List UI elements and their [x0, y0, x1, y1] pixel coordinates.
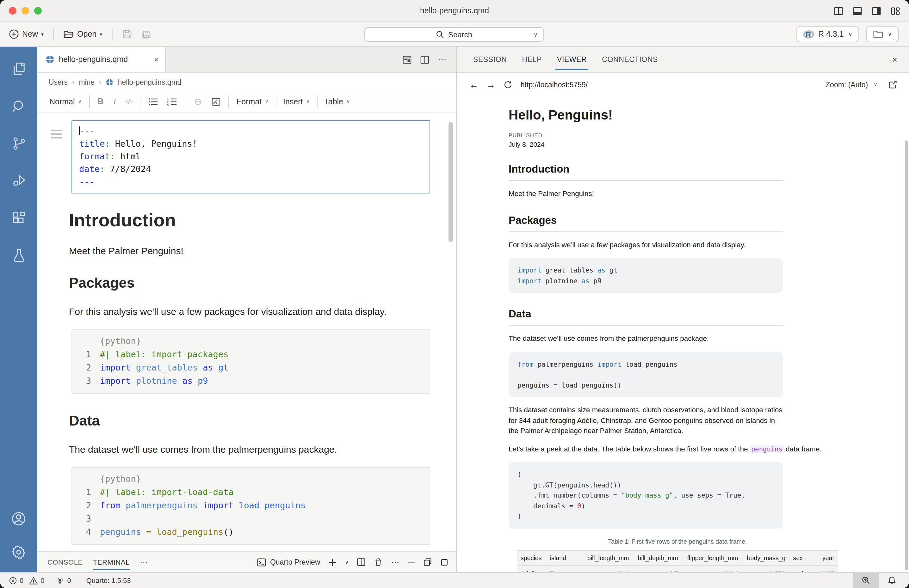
split-terminal-icon[interactable]: [357, 558, 366, 567]
customize-layout-icon[interactable]: [891, 6, 900, 16]
doc-paragraph: Let’s take a peek at the data. The table…: [509, 444, 783, 454]
breadcrumb: Users › mine › hello-penguins.qmd: [37, 73, 456, 91]
link-button[interactable]: [193, 97, 203, 106]
editor-tab[interactable]: hello-penguins.qmd ×: [37, 47, 166, 72]
editor-content[interactable]: --- title: Hello, Penguins! format: html…: [37, 113, 456, 551]
quarto-preview-terminal[interactable]: Quarto Preview: [257, 557, 320, 567]
viewer-tab[interactable]: VIEWER: [557, 56, 587, 63]
insert-menu[interactable]: Insert ∨: [283, 97, 310, 106]
panel-more-tabs-icon[interactable]: ⋯: [140, 557, 148, 567]
toggle-bottom-panel-icon[interactable]: [853, 6, 862, 16]
terminal-icon: [257, 557, 266, 567]
back-icon[interactable]: ←: [469, 79, 478, 89]
doc-code-block-load-data: from palmerpenguins import load_penguins…: [509, 352, 783, 397]
console-tab[interactable]: CONSOLE: [47, 558, 83, 566]
reload-icon[interactable]: [503, 80, 513, 89]
toolbar-separator: [89, 95, 90, 108]
problems-status[interactable]: 0 0: [9, 576, 45, 585]
image-button[interactable]: [211, 97, 221, 106]
zoom-in-button[interactable]: [853, 572, 879, 588]
kill-terminal-icon[interactable]: [374, 558, 383, 567]
search-sidebar-icon[interactable]: [10, 98, 27, 115]
chevron-down-icon[interactable]: ∨: [534, 31, 538, 38]
breadcrumb-users[interactable]: Users: [49, 78, 68, 86]
restore-panel-icon[interactable]: [423, 558, 432, 567]
terminal-launch-chevron-icon[interactable]: ∨: [345, 559, 349, 565]
help-tab[interactable]: HELP: [522, 56, 542, 63]
new-terminal-icon[interactable]: [328, 558, 336, 566]
viewer-zoom-selector[interactable]: Zoom: (Auto): [825, 81, 868, 88]
open-file-label: Open: [77, 30, 97, 39]
drag-handle-icon[interactable]: [51, 129, 62, 139]
editor-scrollbar[interactable]: [448, 122, 453, 242]
table-row: Adelie Torgersen 39.1 18.7 181.0 3,750 m…: [517, 565, 838, 572]
caret-down-icon: ▾: [41, 31, 44, 37]
table-menu-label: Table: [324, 97, 343, 106]
save-all-icon[interactable]: [140, 29, 151, 39]
broadcast-icon: [56, 576, 65, 585]
numbered-list-button[interactable]: 123: [167, 97, 177, 106]
chevron-right-icon: ›: [99, 78, 101, 86]
warning-icon: [29, 576, 38, 585]
source-control-icon[interactable]: [10, 135, 27, 152]
editor-code-cell-import-packages[interactable]: {python} 1#| label: import-packages 2imp…: [71, 330, 430, 394]
split-editor-icon[interactable]: [420, 55, 430, 64]
editor-heading-introduction: Introduction: [69, 210, 438, 231]
viewer-scrollbar[interactable]: [905, 141, 908, 570]
format-menu[interactable]: Format ∨: [236, 97, 268, 106]
yaml-metadata-block[interactable]: --- title: Hello, Penguins! format: html…: [71, 120, 430, 194]
bold-button[interactable]: B: [97, 97, 104, 106]
extensions-icon[interactable]: [10, 210, 27, 226]
search-input[interactable]: Search ∨: [364, 27, 544, 42]
doc-heading-data: Data: [509, 308, 783, 326]
toggle-right-panel-icon[interactable]: [872, 6, 881, 16]
italic-button[interactable]: I: [113, 97, 116, 107]
error-count: 0: [19, 577, 23, 584]
panel-more-actions-icon[interactable]: ⋯: [391, 557, 400, 567]
settings-gear-icon[interactable]: [10, 544, 27, 561]
published-label: PUBLISHED: [509, 132, 783, 139]
open-preview-icon[interactable]: [402, 55, 412, 64]
viewer-content[interactable]: Hello, Penguins! PUBLISHED July 8, 2024 …: [457, 96, 909, 572]
ports-status[interactable]: 0: [56, 576, 71, 585]
close-tab-icon[interactable]: ×: [154, 55, 159, 64]
minimize-panel-icon[interactable]: —: [408, 558, 415, 566]
search-placeholder: Search: [448, 30, 472, 39]
viewer-url[interactable]: http://localhost:5759/: [521, 81, 588, 88]
session-tab[interactable]: SESSION: [473, 56, 507, 63]
paragraph-style-selector[interactable]: Normal ∨: [49, 97, 82, 106]
new-file-button[interactable]: New ▾: [9, 29, 44, 39]
explorer-icon[interactable]: [10, 61, 27, 77]
toggle-split-layout-icon[interactable]: [834, 6, 843, 16]
interpreter-selector[interactable]: R R 4.3.1 ∨: [796, 26, 859, 42]
quarto-file-icon: [45, 55, 54, 64]
testing-icon[interactable]: [10, 247, 27, 264]
breadcrumb-mine[interactable]: mine: [79, 78, 95, 86]
quarto-preview-label: Quarto Preview: [270, 558, 320, 566]
workspace-folder-selector[interactable]: ∨: [866, 26, 899, 42]
open-file-button[interactable]: Open ▾: [63, 29, 102, 39]
format-toolbar: Normal ∨ B I </> 123 Format ∨: [37, 91, 456, 113]
table-menu[interactable]: Table ∨: [324, 97, 350, 106]
close-pane-icon[interactable]: ×: [892, 54, 898, 65]
more-actions-icon[interactable]: ⋯: [438, 54, 446, 65]
bullet-list-button[interactable]: [148, 97, 158, 106]
svg-text:3: 3: [167, 103, 168, 106]
breadcrumb-file[interactable]: hello-penguins.qmd: [118, 78, 181, 86]
forward-icon[interactable]: →: [487, 79, 495, 89]
inline-code-button[interactable]: </>: [125, 98, 132, 105]
account-icon[interactable]: [10, 510, 27, 527]
activity-bar: [0, 47, 37, 572]
open-in-browser-icon[interactable]: [888, 80, 898, 89]
search-icon: [436, 30, 445, 39]
save-icon[interactable]: [122, 29, 132, 39]
connections-tab[interactable]: CONNECTIONS: [602, 56, 658, 63]
maximize-panel-icon[interactable]: [440, 558, 448, 566]
terminal-tab[interactable]: TERMINAL: [93, 558, 130, 566]
quarto-version[interactable]: Quarto: 1.5.53: [86, 577, 131, 584]
notifications-bell-icon[interactable]: [881, 576, 903, 585]
editor-paragraph: Meet the Palmer Penguins!: [69, 245, 438, 256]
run-debug-icon[interactable]: [10, 173, 27, 189]
chevron-down-icon: ∨: [265, 99, 268, 104]
editor-code-cell-import-load-data[interactable]: {python} 1#| label: import-load-data 2fr…: [71, 467, 430, 545]
